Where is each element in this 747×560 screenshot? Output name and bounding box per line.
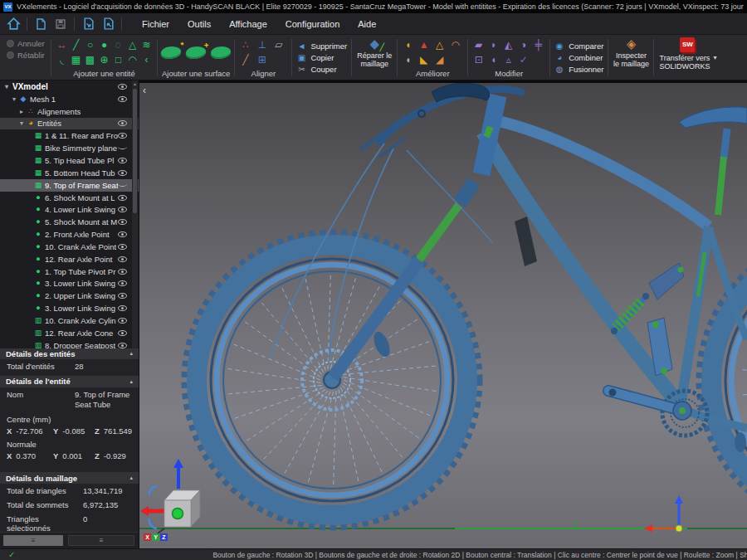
plane-icon[interactable]: ▦: [69, 52, 83, 67]
tree-node[interactable]: ▾◆Mesh 1: [0, 93, 139, 105]
collapse-section-icon[interactable]: ▴: [129, 378, 133, 385]
visibility-eye-icon[interactable]: [118, 343, 127, 348]
delete-button[interactable]: ◄Supprimer: [296, 41, 347, 51]
save-icon[interactable]: [52, 16, 69, 32]
align-triad-icon[interactable]: ⊥: [255, 37, 269, 52]
visibility-eye-icon[interactable]: [118, 280, 127, 286]
collapse-section-icon[interactable]: ▴: [129, 475, 133, 481]
align-plane-icon[interactable]: ▱: [271, 37, 286, 52]
arc-open-icon[interactable]: ◠: [125, 52, 139, 67]
menu-aide[interactable]: Aide: [349, 16, 384, 32]
undo-button[interactable]: Annuler: [7, 39, 45, 48]
export-session-icon[interactable]: [100, 16, 116, 32]
copy-button[interactable]: ▣Copier: [296, 52, 347, 63]
tree-node[interactable]: ▾◕Entités: [0, 118, 139, 130]
visibility-eye-icon[interactable]: [118, 244, 127, 250]
visibility-eye-icon[interactable]: [118, 120, 127, 126]
tree-node[interactable]: ●3. Lower Link Swing: [0, 302, 139, 314]
scrollbar-thumb[interactable]: [133, 89, 137, 213]
visibility-eye-icon[interactable]: [118, 256, 127, 262]
extend-mesh-icon[interactable]: ◣: [417, 52, 431, 67]
tree-node[interactable]: ▸∴Alignements: [0, 105, 139, 118]
cut-mesh-icon[interactable]: ⊡: [471, 52, 486, 67]
tree-node[interactable]: ▦1 & 11. Rear and Fro: [0, 129, 139, 142]
visibility-hidden-icon[interactable]: [118, 182, 127, 187]
subdivide-icon[interactable]: ◑: [516, 37, 530, 52]
decimate-icon[interactable]: ◭: [501, 37, 515, 52]
chevron-down-icon[interactable]: ▾: [10, 95, 18, 103]
rectangle-icon[interactable]: □: [111, 52, 125, 67]
scroll-up-icon[interactable]: ▴: [132, 80, 138, 87]
tree-node[interactable]: ●12. Rear Axle Point: [0, 253, 139, 265]
tree-node[interactable]: ▥8. Dropper Seatpost: [0, 339, 139, 348]
inspect-mesh-button[interactable]: ◈ Inspecter le maillage: [609, 36, 652, 71]
tree-node[interactable]: ●2. Front Axle Point: [0, 228, 139, 241]
navigation-cube[interactable]: [140, 459, 200, 533]
visibility-eye-icon[interactable]: [118, 231, 127, 237]
add-surface-simple-icon[interactable]: [211, 45, 232, 59]
bike-3d-model[interactable]: [139, 80, 747, 548]
polyline-icon[interactable]: ‹: [139, 52, 154, 67]
layers-icon[interactable]: ≋: [139, 37, 154, 52]
clean-mesh-icon[interactable]: ▲: [417, 37, 431, 52]
tree-node[interactable]: ●3. Lower Link Swing: [0, 278, 139, 290]
visibility-eye-icon[interactable]: [118, 293, 127, 299]
align-grid-icon[interactable]: ⊞: [255, 52, 269, 67]
add-surface-wizard-icon[interactable]: *: [161, 45, 182, 59]
home-icon[interactable]: [5, 16, 22, 32]
tree-scrollbar[interactable]: ▴: [132, 80, 138, 348]
sphere-icon[interactable]: ⊕: [97, 52, 111, 67]
visibility-eye-icon[interactable]: [118, 84, 127, 90]
tree-node[interactable]: ●6. Shock Mount at L: [0, 192, 139, 204]
model-viewport[interactable]: ‹ XYZ: [139, 80, 747, 548]
tree-node[interactable]: ▥10. Crank Axle Cylin: [0, 314, 139, 327]
cut-button[interactable]: ✂Couper: [296, 64, 347, 75]
circle-icon[interactable]: ○: [83, 37, 97, 52]
tree-node[interactable]: ●10. Crank Axle Point: [0, 241, 139, 253]
align-points-icon[interactable]: ∴: [238, 37, 252, 52]
visibility-eye-icon[interactable]: [118, 170, 127, 176]
visibility-eye-icon[interactable]: [118, 318, 127, 324]
scale-icon[interactable]: ▵: [501, 52, 515, 67]
confirm-icon[interactable]: ✓: [516, 52, 530, 67]
point-icon[interactable]: ●: [97, 37, 111, 52]
add-triangles-icon[interactable]: △: [432, 37, 447, 52]
mesh-details-header[interactable]: Détails du maillage ▴: [0, 472, 139, 484]
tree-node[interactable]: ●5. Shock Mount at M: [0, 216, 139, 228]
tree-node[interactable]: ●4. Lower Link Swing: [0, 203, 139, 216]
repair-mesh-button[interactable]: ◆╱ Réparer le maillage: [353, 36, 396, 71]
ellipse-icon[interactable]: ◌: [111, 37, 125, 52]
visibility-eye-icon[interactable]: [118, 330, 127, 336]
merge-button[interactable]: ◍Fusionner: [554, 64, 603, 75]
chevron-right-icon[interactable]: ▸: [17, 108, 26, 115]
combine-button[interactable]: ◕Combiner: [554, 52, 603, 63]
tree-node[interactable]: ▾VXmodel: [0, 80, 139, 93]
visibility-eye-icon[interactable]: [118, 195, 127, 201]
new-session-icon[interactable]: [32, 16, 49, 32]
fill-partial-icon[interactable]: ◖: [401, 52, 415, 67]
mirror-icon[interactable]: ◖: [486, 52, 500, 67]
tree-node[interactable]: ▥12. Rear Axle Cone: [0, 327, 139, 339]
arc-icon[interactable]: ◟: [55, 52, 69, 67]
chevron-down-icon[interactable]: ▾: [17, 119, 26, 127]
visibility-eye-icon[interactable]: [118, 269, 127, 275]
list-view-button[interactable]: ≡: [68, 535, 134, 546]
import-session-icon[interactable]: [80, 16, 96, 32]
cone-icon[interactable]: △: [125, 37, 139, 52]
visibility-eye-icon[interactable]: [118, 96, 127, 102]
visibility-eye-icon[interactable]: [118, 219, 127, 225]
reduce-mesh-icon[interactable]: ◢: [432, 52, 447, 67]
chevron-down-icon[interactable]: ▾: [2, 83, 11, 90]
tree-node[interactable]: ▦9. Top of Frame Seat: [0, 179, 139, 192]
fill-holes-icon[interactable]: ◖: [401, 37, 415, 52]
align-axis-icon[interactable]: ╱: [238, 52, 252, 67]
line-icon[interactable]: ╱: [69, 37, 83, 52]
menu-fichier[interactable]: Fichier: [134, 16, 178, 32]
visibility-hidden-icon[interactable]: [118, 144, 127, 149]
grid-plane-icon[interactable]: ▩: [83, 52, 97, 67]
add-surface-manual-icon[interactable]: +: [186, 45, 207, 59]
visibility-eye-icon[interactable]: [118, 158, 127, 163]
collapse-section-icon[interactable]: ▴: [129, 350, 133, 357]
collapse-panel-button[interactable]: ‹: [143, 85, 146, 95]
visibility-eye-icon[interactable]: [118, 305, 127, 311]
